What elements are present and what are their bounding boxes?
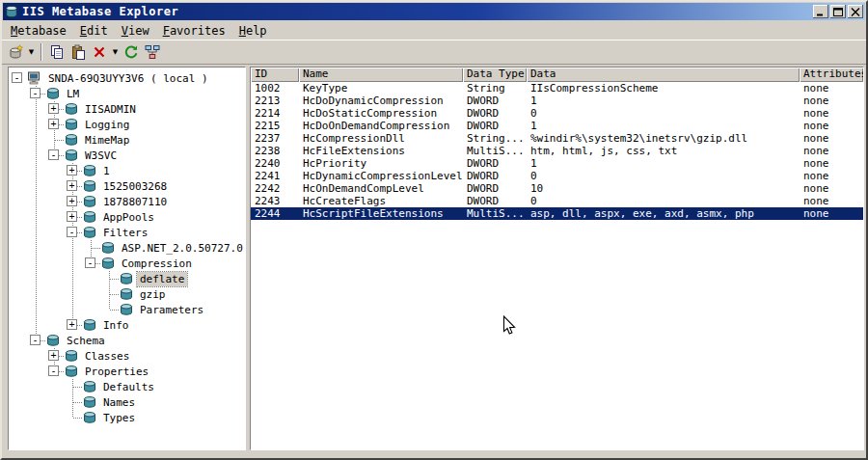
tree-item-gzip[interactable]: gzip [9,286,245,302]
close-button[interactable] [848,5,863,18]
expand-toggle[interactable]: + [48,103,59,114]
tree-guide [27,240,45,256]
tree-item-label: 1525003268 [100,179,170,194]
tree-item-types[interactable]: Types [9,410,245,425]
expand-toggle[interactable]: + [48,119,59,129]
expand-toggle[interactable]: + [67,319,77,330]
collapse-toggle[interactable]: - [85,257,95,268]
table-row[interactable]: 2215HcDoOnDemandCompressionDWORD1none [251,120,863,132]
tree-item-classes[interactable]: +Classes [9,348,245,364]
dropdown-arrow-icon[interactable]: ▼ [110,41,121,63]
tree-item-asp-net-2-0-50727-0[interactable]: ASP.NET_2.0.50727.0 [9,240,245,256]
network-icon[interactable] [142,41,163,63]
minimize-button[interactable] [813,5,828,18]
tree-item-snda-69q3uyy3v6-local[interactable]: -SNDA-69Q3UYY3V6 ( local ) [9,70,245,86]
cell-attributes: none [800,107,863,120]
cell-id: 2213 [251,95,299,107]
tree-item-w3svc[interactable]: -W3SVC [9,148,245,163]
column-header-data[interactable]: Data [527,68,800,82]
tree-guide [9,225,27,240]
tree-guide: - [27,333,45,348]
tree-item-filters[interactable]: -Filters [9,225,245,240]
collapse-toggle[interactable]: - [48,149,59,160]
tree-item-parameters[interactable]: Parameters [9,302,245,317]
menu-metabase[interactable]: Metabase [4,23,73,39]
column-header-name[interactable]: Name [299,68,463,82]
collapse-toggle[interactable]: - [30,335,41,345]
tree-item-properties[interactable]: -Properties [9,364,245,379]
tree-guide: - [82,256,100,271]
collapse-toggle[interactable]: - [48,365,59,376]
tree-item-mimemap[interactable]: MimeMap [9,132,245,148]
expand-toggle[interactable]: + [48,350,59,361]
expand-toggle[interactable]: + [67,211,77,222]
tree-item-schema[interactable]: -Schema [9,333,245,348]
paste-icon[interactable] [68,41,89,63]
menu-favorites[interactable]: Favorites [156,23,232,39]
tree-item-apppools[interactable]: +AppPools [9,209,245,225]
table-row[interactable]: 2244HcScriptFileExtensionsMultiS...asp, … [251,207,863,220]
expand-toggle[interactable]: + [67,196,77,206]
expand-toggle[interactable]: + [67,165,77,176]
toolbar: ▼▼ [2,40,866,65]
cell-type: DWORD [463,120,527,132]
collapse-toggle[interactable]: - [12,72,22,83]
table-row[interactable]: 2213HcDoDynamicCompressionDWORD1none [251,95,863,107]
dropdown-arrow-icon[interactable]: ▼ [26,41,37,63]
tree-guide [27,394,45,410]
table-row[interactable]: 2242HcOnDemandCompLevelDWORD10none [251,182,863,195]
collapse-toggle[interactable]: - [30,88,41,98]
cell-id: 2238 [251,145,299,157]
tree-item-label: Info [100,318,132,333]
tree-item-1[interactable]: +1 [9,163,245,178]
refresh-icon[interactable] [121,41,142,63]
tree-item-info[interactable]: +Info [9,317,245,333]
tree-item-iisadmin[interactable]: +IISADMIN [9,101,245,117]
menu-view[interactable]: View [115,23,156,39]
tree-guide [9,86,27,101]
tree-item-logging[interactable]: +Logging [9,117,245,132]
tree-item-deflate[interactable]: deflate [9,271,245,286]
tree-item-lm[interactable]: -LM [9,86,245,101]
tree-item-defaults[interactable]: Defaults [9,379,245,394]
tree-guide [64,394,82,410]
cell-data: 1 [527,157,800,170]
tree-guide [100,271,119,286]
tree-item-1525003268[interactable]: +1525003268 [9,178,245,194]
expand-toggle[interactable]: + [67,180,77,191]
table-row[interactable]: 2214HcDoStaticCompressionDWORD0none [251,107,863,120]
tree-item-1878807110[interactable]: +1878807110 [9,194,245,209]
column-header-id[interactable]: ID [251,68,299,82]
copy-icon[interactable] [46,41,68,63]
table-row[interactable]: 2238HcFileExtensionsMultiS...htm, html, … [251,145,863,157]
cell-name: HcOnDemandCompLevel [299,182,463,195]
tree-guide [9,148,27,163]
table-row[interactable]: 2237HcCompressionDllString...%windir%\sy… [251,132,863,145]
new-key-icon[interactable] [5,41,26,63]
tree-guide: + [64,317,82,333]
tree-item-names[interactable]: Names [9,394,245,410]
menu-edit[interactable]: Edit [73,23,115,39]
tree-guide [27,178,45,194]
table-row[interactable]: 2240HcPriorityDWORD1none [251,157,863,170]
maximize-button[interactable] [830,5,846,18]
column-header-attributes[interactable]: Attributes [800,68,863,82]
table-row[interactable]: 1002KeyTypeStringIIsCompressionSchemenon… [251,82,863,95]
menu-help[interactable]: Help [232,23,274,39]
table-row[interactable]: 2241HcDynamicCompressionLevelDWORD0none [251,170,863,182]
delete-icon[interactable] [89,41,110,63]
table-row[interactable]: 2243HcCreateFlagsDWORD0none [251,195,863,207]
cell-id: 2240 [251,157,299,170]
column-header-data-type[interactable]: Data Type [463,68,527,82]
tree-item-label: 1878807110 [100,195,170,209]
db-icon [119,303,135,316]
tree-item-compression[interactable]: -Compression [9,256,245,271]
tree-item-label: Filters [100,226,150,240]
tree-guide [45,256,64,271]
tree-guide [45,286,64,302]
cell-type: String [463,82,527,95]
cell-id: 2241 [251,170,299,182]
collapse-toggle[interactable]: - [67,227,77,237]
tree-guide [64,271,82,286]
tree-guide [45,410,64,425]
